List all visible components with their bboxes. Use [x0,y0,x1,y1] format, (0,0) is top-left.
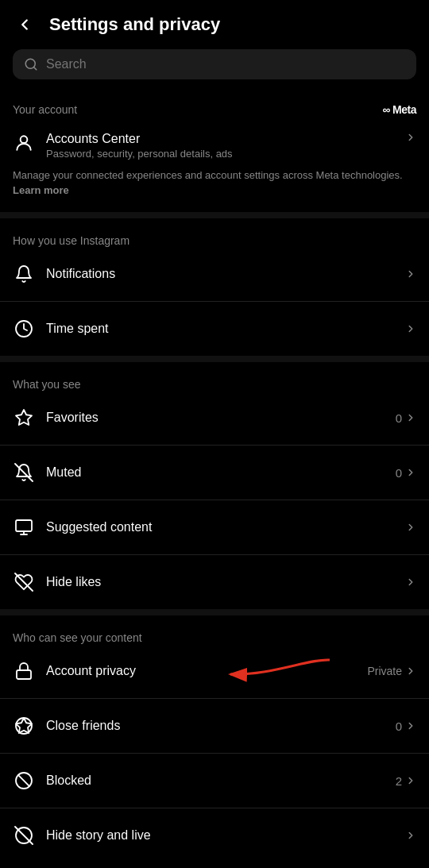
svg-marker-4 [16,410,32,425]
hide-story-title: Hide story and live [46,828,405,843]
close-friends-title: Close friends [46,719,396,733]
item-divider-7 [0,808,429,808]
svg-rect-6 [16,520,32,531]
notifications-content: Notifications [46,267,405,281]
accounts-center-item[interactable]: Accounts Center Password, security, pers… [0,121,429,168]
svg-point-2 [21,136,28,143]
notifications-item[interactable]: Notifications [0,252,429,296]
favorites-count: 0 [396,411,402,425]
notifications-icon [13,263,35,285]
search-input[interactable] [46,57,405,71]
favorites-content: Favorites [46,411,396,425]
item-divider-6 [0,753,429,754]
blocked-count: 2 [396,774,402,788]
accounts-manage-block: Manage your connected experiences and ac… [0,168,429,207]
close-friends-item[interactable]: Close friends 0 [0,704,429,748]
suggested-content-icon [13,516,35,538]
your-account-label: Your account [13,103,77,116]
time-spent-icon [13,318,35,340]
manage-text: Manage your connected experiences and ac… [13,169,403,181]
time-spent-chevron [405,323,416,334]
what-you-see-section-header: What you see [0,367,429,395]
svg-line-15 [18,775,29,786]
hide-likes-title: Hide likes [46,575,405,589]
your-account-section-header: Your account ∞ Meta [0,92,429,121]
hide-story-icon [13,824,35,847]
account-privacy-item[interactable]: Account privacy Private [0,649,429,693]
search-icon [24,57,38,71]
close-friends-right: 0 [396,719,416,733]
hide-likes-content: Hide likes [46,575,405,589]
suggested-content-chevron [405,522,416,533]
item-divider-4 [0,554,429,555]
who-can-see-label: Who can see your content [13,631,142,644]
muted-title: Muted [46,465,396,480]
close-friends-count: 0 [396,719,402,733]
item-divider-1 [0,301,429,302]
time-spent-content: Time spent [46,322,405,336]
svg-line-5 [15,464,33,481]
how-you-use-section-header: How you use Instagram [0,223,429,252]
close-friends-icon [13,715,35,737]
close-friends-content: Close friends [46,719,396,733]
blocked-content: Blocked [46,773,396,788]
accounts-center-subtitle: Password, security, personal details, ad… [46,148,405,160]
section-divider-2 [0,356,429,362]
account-privacy-title: Account privacy [46,664,367,678]
favorites-item[interactable]: Favorites 0 [0,395,429,440]
meta-infinity-icon: ∞ [383,103,390,116]
who-can-see-section-header: Who can see your content [0,620,429,649]
what-you-see-label: What you see [13,378,81,391]
hide-story-content: Hide story and live [46,828,405,843]
favorites-title: Favorites [46,411,396,425]
learn-more-link[interactable]: Learn more [13,184,69,196]
svg-line-1 [33,67,36,69]
meta-logo: ∞ Meta [383,103,416,116]
blocked-title: Blocked [46,773,396,788]
item-divider-5 [0,698,429,699]
blocked-right: 2 [396,774,416,788]
time-spent-item[interactable]: Time spent [0,307,429,351]
account-privacy-value: Private [367,665,402,677]
muted-content: Muted [46,465,396,480]
favorites-icon [13,407,35,429]
section-divider-3 [0,609,429,615]
back-arrow-icon [16,16,33,33]
accounts-center-title: Accounts Center [46,132,405,146]
account-privacy-content: Account privacy [46,664,367,678]
page-title: Settings and privacy [49,14,220,35]
item-divider-2 [0,445,429,446]
how-you-use-label: How you use Instagram [13,234,129,247]
accounts-center-content: Accounts Center Password, security, pers… [46,132,405,160]
search-bar-container [0,46,429,92]
back-button[interactable] [13,13,37,37]
blocked-icon [13,770,35,792]
accounts-center-chevron [405,132,416,143]
notifications-chevron [405,268,416,280]
muted-right: 0 [396,466,416,480]
blocked-item[interactable]: Blocked 2 [0,758,429,803]
favorites-right: 0 [396,411,416,425]
search-bar[interactable] [13,49,416,79]
accounts-center-icon [13,132,35,154]
suggested-content-item[interactable]: Suggested content [0,505,429,550]
hide-likes-icon [13,571,35,593]
account-privacy-right: Private [367,665,416,677]
hide-likes-chevron [405,577,416,588]
svg-rect-10 [17,670,31,679]
suggested-content-title: Suggested content [46,520,405,534]
account-privacy-icon [13,660,35,682]
muted-count: 0 [396,466,402,480]
hide-story-chevron [405,830,416,841]
header: Settings and privacy [0,0,429,46]
time-spent-title: Time spent [46,322,405,336]
hide-story-item[interactable]: Hide story and live [0,813,429,858]
meta-text: Meta [392,103,416,116]
item-divider-3 [0,500,429,500]
suggested-content-content: Suggested content [46,520,405,534]
muted-icon [13,461,35,484]
hide-likes-item[interactable]: Hide likes [0,560,429,604]
muted-item[interactable]: Muted 0 [0,450,429,495]
section-divider-1 [0,212,429,218]
notifications-title: Notifications [46,267,405,281]
